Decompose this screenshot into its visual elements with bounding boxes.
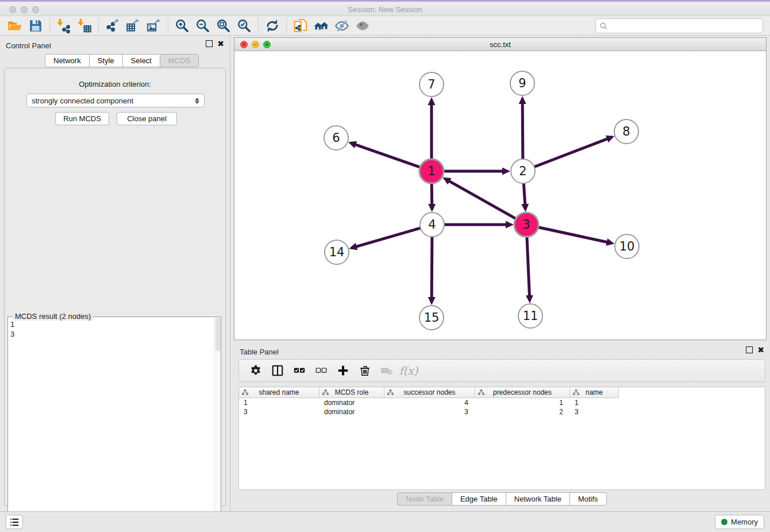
select-all-icon[interactable] bbox=[291, 363, 308, 379]
graph-edge-2-3[interactable] bbox=[523, 183, 525, 205]
tab-select[interactable]: Select bbox=[122, 54, 160, 67]
table-tabs: Node TableEdge TableNetwork TableMotifs bbox=[234, 492, 770, 506]
table-cell[interactable]: 1 bbox=[239, 398, 319, 407]
mcds-result-scrollbar[interactable] bbox=[214, 317, 221, 531]
graph-edge-2-8[interactable] bbox=[534, 138, 609, 167]
table-panel: Table Panel ✖ f(x) shared nameMCDS roles… bbox=[234, 342, 770, 510]
table-cell[interactable]: 4 bbox=[384, 398, 475, 407]
table-cell[interactable]: 3 bbox=[384, 407, 475, 417]
column-header-name[interactable]: name bbox=[570, 387, 619, 398]
network-window-titlebar[interactable]: ✕ − + scc.txt bbox=[234, 38, 766, 51]
tab-style[interactable]: Style bbox=[89, 54, 122, 67]
graph-arrowhead bbox=[428, 204, 436, 212]
network-graph[interactable]: 7968124314101511 bbox=[234, 51, 766, 340]
tab-motifs[interactable]: Motifs bbox=[569, 492, 607, 506]
close-table-panel-icon[interactable]: ✖ bbox=[757, 346, 764, 353]
export-network-icon[interactable] bbox=[104, 18, 121, 34]
toolbar-separator bbox=[168, 18, 168, 34]
column-header-shared-name[interactable]: shared name bbox=[239, 387, 319, 398]
table-cell[interactable]: 2 bbox=[475, 407, 570, 417]
column-label: successor nodes bbox=[403, 388, 455, 396]
graph-node-label: 4 bbox=[428, 218, 436, 232]
memory-button[interactable]: Memory bbox=[715, 515, 764, 529]
deselect-all-icon[interactable] bbox=[313, 363, 330, 379]
criterion-value: strongly connected component bbox=[32, 97, 133, 105]
list-icon bbox=[9, 517, 20, 527]
hide-graphics-details-icon[interactable] bbox=[333, 18, 351, 34]
toolbar-icons bbox=[5, 18, 373, 34]
graph-node-label: 7 bbox=[428, 78, 435, 91]
graph-arrowhead bbox=[606, 238, 614, 246]
task-history-button[interactable] bbox=[6, 515, 23, 529]
table-cell[interactable]: 3 bbox=[239, 407, 319, 417]
graph-edge-4-15[interactable] bbox=[432, 237, 432, 298]
export-table-icon[interactable] bbox=[125, 18, 142, 34]
table-cell[interactable]: 3 bbox=[570, 407, 619, 417]
graph-arrowhead bbox=[506, 221, 514, 229]
graph-node-label: 2 bbox=[519, 164, 526, 178]
graph-edge-3-10[interactable] bbox=[538, 227, 608, 242]
column-header-successor-nodes[interactable]: successor nodes bbox=[384, 387, 475, 398]
graph-edge-4-14[interactable] bbox=[356, 228, 421, 247]
tab-node-table[interactable]: Node Table bbox=[397, 492, 452, 506]
show-graphics-details-icon[interactable] bbox=[354, 18, 371, 34]
close-panel-button[interactable]: Close panel bbox=[117, 112, 177, 125]
network-canvas[interactable]: 7968124314101511 bbox=[234, 51, 766, 340]
column-header-MCDS-role[interactable]: MCDS role bbox=[319, 387, 384, 398]
criterion-select[interactable]: strongly connected component bbox=[26, 94, 205, 107]
delete-icon[interactable] bbox=[356, 363, 374, 379]
open-folder-icon[interactable] bbox=[6, 18, 24, 34]
import-table-icon[interactable] bbox=[76, 18, 93, 34]
network-view-window: ✕ − + scc.txt 7968124314101511 bbox=[234, 37, 767, 340]
add-icon[interactable] bbox=[334, 363, 352, 379]
tab-network-table[interactable]: Network Table bbox=[506, 492, 569, 506]
tab-edge-table[interactable]: Edge Table bbox=[452, 492, 506, 506]
save-icon[interactable] bbox=[27, 18, 44, 34]
float-table-panel-icon[interactable] bbox=[746, 346, 753, 353]
close-panel-icon[interactable]: ✖ bbox=[217, 40, 224, 47]
run-mcds-button[interactable]: Run MCDS bbox=[55, 112, 109, 125]
toolbar-separator bbox=[98, 18, 99, 34]
search-input[interactable] bbox=[608, 20, 763, 32]
status-bar: Memory bbox=[0, 511, 770, 532]
graph-edge-3-11[interactable] bbox=[527, 237, 530, 296]
table-row[interactable]: 3dominator323 bbox=[239, 407, 765, 417]
table-cell[interactable]: dominator bbox=[319, 407, 384, 417]
split-pane-icon[interactable] bbox=[269, 363, 286, 379]
graph-edge-2-9[interactable] bbox=[522, 103, 523, 159]
table-cell[interactable]: dominator bbox=[319, 398, 384, 407]
app-titlebar: Session: New Session bbox=[0, 0, 770, 16]
graph-node-label: 6 bbox=[332, 131, 340, 145]
table-cell[interactable]: 1 bbox=[475, 398, 570, 407]
tab-mcds[interactable]: MCDS bbox=[160, 54, 199, 67]
control-panel: Control Panel ✖ NetworkStyleSelectMCDS O… bbox=[0, 36, 230, 511]
zoom-selected-icon[interactable] bbox=[236, 18, 253, 34]
duplicate-network-icon[interactable] bbox=[292, 18, 309, 34]
graph-edge-1-6[interactable] bbox=[355, 144, 420, 167]
graph-arrowhead bbox=[526, 295, 533, 303]
mcds-result-text[interactable]: 1 3 bbox=[10, 319, 213, 529]
zoom-in-icon[interactable] bbox=[174, 18, 191, 34]
graph-arrowhead bbox=[349, 243, 357, 250]
column-label: predecessor nodes bbox=[493, 388, 552, 396]
control-panel-tabs: NetworkStyleSelectMCDS bbox=[45, 54, 199, 67]
graph-edge-3-1[interactable] bbox=[449, 181, 516, 219]
memory-status-icon bbox=[721, 519, 727, 525]
tab-network[interactable]: Network bbox=[45, 54, 89, 67]
float-panel-icon[interactable] bbox=[206, 40, 213, 47]
export-image-icon[interactable] bbox=[145, 18, 163, 34]
zoom-fit-icon[interactable] bbox=[215, 18, 232, 34]
gear-icon[interactable] bbox=[247, 363, 264, 379]
refresh-icon[interactable] bbox=[264, 18, 281, 34]
home-icon[interactable] bbox=[313, 18, 330, 34]
mcds-result-box: MCDS result (2 nodes) 1 3 bbox=[7, 317, 221, 532]
table-cell[interactable]: 1 bbox=[570, 398, 619, 407]
zoom-out-icon[interactable] bbox=[194, 18, 211, 34]
import-network-icon[interactable] bbox=[55, 18, 72, 34]
column-header-predecessor-nodes[interactable]: predecessor nodes bbox=[475, 387, 570, 398]
table-row[interactable]: 1dominator411 bbox=[239, 398, 765, 407]
graph-node-label: 1 bbox=[428, 164, 435, 178]
network-window-title: scc.txt bbox=[234, 40, 766, 49]
scrollbar-thumb[interactable] bbox=[215, 318, 221, 351]
search-box[interactable] bbox=[595, 18, 763, 33]
